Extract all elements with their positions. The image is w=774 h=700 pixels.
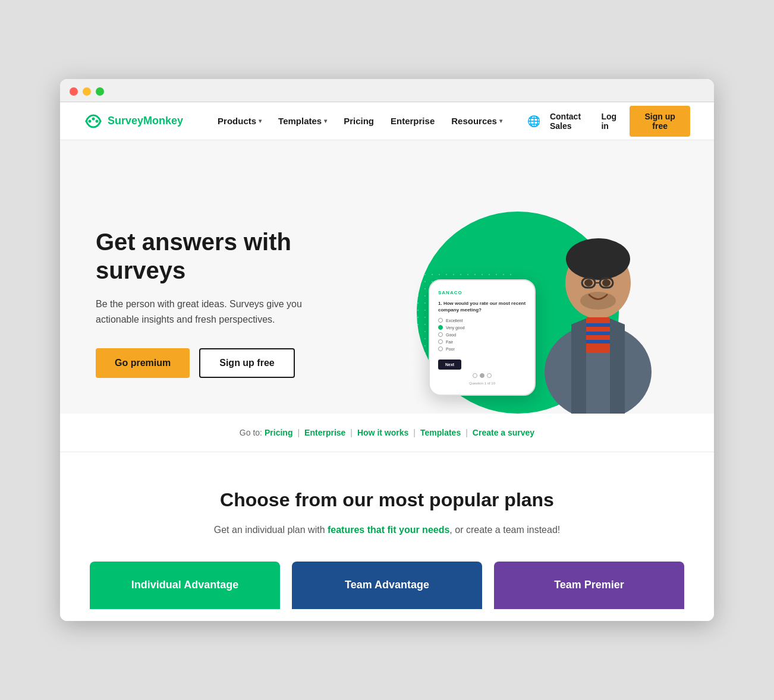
- svg-point-1: [92, 117, 95, 120]
- nav-item-products[interactable]: Products ▾: [212, 111, 268, 131]
- plans-features-link[interactable]: features that fit your needs: [328, 525, 449, 535]
- phone-option-fair: Fair: [438, 339, 526, 344]
- svg-point-10: [584, 279, 593, 286]
- phone-option-poor: Poor: [438, 346, 526, 351]
- logo-text: SurveyMonkey: [108, 115, 183, 127]
- nav-templates-label: Templates: [278, 116, 322, 126]
- phone-option-good-text: Good: [446, 333, 456, 337]
- phone-nav-dots: [438, 373, 526, 378]
- plan-card-team-premier[interactable]: Team Premier: [494, 562, 684, 609]
- phone-brand: SANACO: [438, 290, 526, 295]
- nav-item-enterprise[interactable]: Enterprise: [385, 111, 441, 131]
- plans-subtitle-before: Get an individual plan with: [214, 525, 328, 535]
- minimize-dot[interactable]: [83, 87, 91, 96]
- login-link[interactable]: Log in: [601, 112, 620, 131]
- phone-option-excellent-text: Excellent: [446, 319, 462, 323]
- nav-pricing-label: Pricing: [344, 116, 374, 126]
- resources-chevron-icon: ▾: [499, 118, 502, 124]
- plans-subtitle-after: , or create a team instead!: [449, 525, 560, 535]
- phone-question: 1. How would you rate our most recent co…: [438, 300, 526, 313]
- quick-links-bar: Go to: Pricing | Enterprise | How it wor…: [60, 414, 714, 452]
- hero-section: Get answers with surveys Be the person w…: [60, 140, 714, 414]
- products-chevron-icon: ▾: [259, 118, 262, 124]
- plan-team-advantage-label: Team Advantage: [345, 579, 429, 591]
- plan-individual-label: Individual Advantage: [131, 579, 238, 591]
- radio-good: [438, 332, 443, 337]
- hero-subtitle: Be the person with great ideas. Surveys …: [96, 297, 322, 327]
- quick-link-pricing[interactable]: Pricing: [265, 428, 292, 437]
- svg-point-16: [580, 292, 616, 310]
- phone-option-good: Good: [438, 332, 526, 337]
- plans-cards: Individual Advantage Team Advantage Team…: [84, 562, 690, 609]
- plan-card-individual-advantage[interactable]: Individual Advantage: [90, 562, 280, 609]
- hero-signup-button[interactable]: Sign up free: [199, 348, 294, 378]
- hero-content: Get answers with surveys Be the person w…: [96, 228, 369, 414]
- plans-title: Choose from our most popular plans: [84, 488, 690, 513]
- radio-fair: [438, 339, 443, 344]
- separator-2: |: [350, 428, 353, 437]
- plan-team-premier-label: Team Premier: [554, 579, 624, 591]
- contact-sales-link[interactable]: Contact Sales: [550, 112, 591, 131]
- separator-1: |: [297, 428, 300, 437]
- phone-option-verygood: Very good: [438, 325, 526, 330]
- hero-title: Get answers with surveys: [96, 228, 369, 285]
- phone-option-poor-text: Poor: [446, 347, 455, 351]
- nav-links: Products ▾ Templates ▾ Pricing Enterpris…: [212, 111, 508, 131]
- browser-dots: [70, 87, 704, 96]
- browser-chrome: [60, 79, 714, 102]
- go-premium-button[interactable]: Go premium: [96, 348, 190, 378]
- surveymonkey-logo-icon: [84, 113, 103, 130]
- nav-resources-label: Resources: [451, 116, 497, 126]
- radio-poor: [438, 346, 443, 351]
- templates-chevron-icon: ▾: [324, 118, 327, 124]
- separator-3: |: [413, 428, 416, 437]
- plans-subtitle: Get an individual plan with features tha…: [84, 522, 690, 538]
- phone-dot-2: [480, 373, 484, 378]
- nav-right: 🌐 Contact Sales Log in Sign up free: [527, 106, 690, 137]
- person-illustration: [518, 182, 678, 414]
- quick-link-how-it-works[interactable]: How it works: [357, 428, 408, 437]
- svg-point-6: [566, 238, 630, 280]
- phone-pagination: Question 1 of 10: [438, 381, 526, 385]
- signup-button[interactable]: Sign up free: [630, 106, 690, 137]
- radio-excellent: [438, 318, 443, 323]
- svg-rect-15: [586, 340, 610, 343]
- hero-buttons: Go premium Sign up free: [96, 348, 369, 378]
- maximize-dot[interactable]: [96, 87, 104, 96]
- svg-point-0: [89, 119, 92, 122]
- nav-item-pricing[interactable]: Pricing: [338, 111, 380, 131]
- browser-window: SurveyMonkey Products ▾ Templates ▾ Pric…: [60, 79, 714, 620]
- quick-link-enterprise[interactable]: Enterprise: [304, 428, 345, 437]
- close-dot[interactable]: [70, 87, 78, 96]
- nav-products-label: Products: [218, 116, 256, 126]
- phone-option-excellent: Excellent: [438, 318, 526, 323]
- phone-next-button: Next: [438, 360, 461, 370]
- svg-point-11: [602, 279, 611, 286]
- logo-link[interactable]: SurveyMonkey: [84, 113, 183, 130]
- svg-rect-13: [586, 323, 610, 327]
- phone-dot-1: [473, 373, 477, 378]
- radio-verygood: [438, 325, 443, 330]
- globe-icon[interactable]: 🌐: [527, 115, 540, 128]
- svg-point-2: [96, 119, 99, 122]
- nav-item-resources[interactable]: Resources ▾: [445, 111, 508, 131]
- separator-4: |: [465, 428, 468, 437]
- quick-link-create-survey[interactable]: Create a survey: [473, 428, 534, 437]
- nav-enterprise-label: Enterprise: [391, 116, 435, 126]
- plans-section: Choose from our most popular plans Get a…: [60, 452, 714, 620]
- plan-card-team-advantage[interactable]: Team Advantage: [292, 562, 482, 609]
- quick-links-label: Go to:: [240, 428, 262, 437]
- phone-option-verygood-text: Very good: [446, 326, 465, 330]
- phone-dot-3: [487, 373, 492, 378]
- phone-option-fair-text: Fair: [446, 340, 453, 344]
- nav-item-templates[interactable]: Templates ▾: [272, 111, 333, 131]
- hero-visual: SANACO 1. How would you rate our most re…: [393, 176, 678, 414]
- svg-rect-14: [586, 332, 610, 335]
- navbar: SurveyMonkey Products ▾ Templates ▾ Pric…: [60, 102, 714, 140]
- quick-link-templates[interactable]: Templates: [420, 428, 461, 437]
